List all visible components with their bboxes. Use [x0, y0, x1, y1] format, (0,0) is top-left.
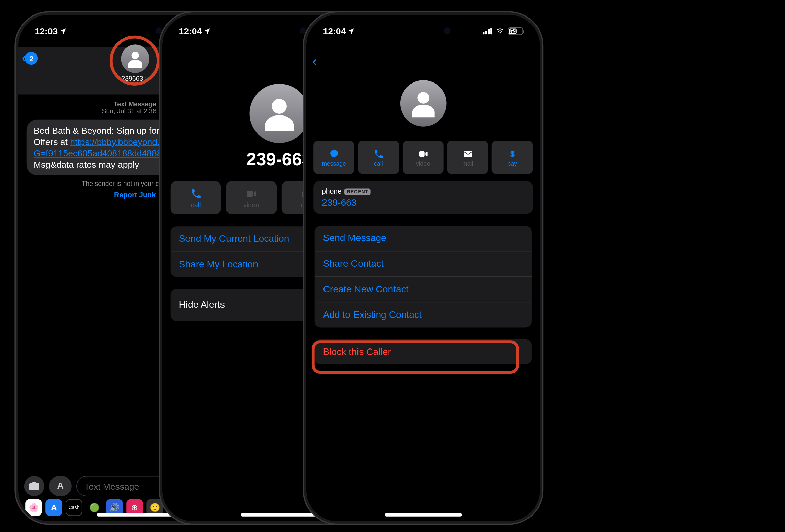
- appstore-shortcut-button[interactable]: A: [49, 476, 72, 496]
- recent-badge: RECENT: [345, 188, 371, 194]
- battery-icon: 54: [508, 27, 523, 35]
- signal-icon: [482, 28, 492, 34]
- contact-name: 239663: [121, 75, 143, 82]
- status-time: 12:04: [323, 26, 346, 36]
- phone-frame-3: 12:04 54 ‹ message call video mail pay p…: [306, 15, 540, 521]
- location-icon: [347, 27, 355, 35]
- dynamic-island: [244, 21, 315, 42]
- dock-photos-icon[interactable]: 🌸: [25, 499, 42, 515]
- dock-appstore-icon[interactable]: A: [46, 499, 62, 515]
- dynamic-island: [99, 21, 171, 42]
- video-button[interactable]: video: [403, 141, 444, 174]
- back-button[interactable]: ‹: [312, 53, 317, 69]
- message-text-2: Msg&data rates may apply: [34, 159, 139, 169]
- create-contact-row[interactable]: Create New Contact: [315, 276, 532, 302]
- mail-button[interactable]: mail: [447, 141, 488, 174]
- message-placeholder: Text Message: [84, 481, 139, 491]
- unread-badge: 2: [25, 52, 38, 65]
- location-icon: [59, 27, 67, 35]
- camera-button[interactable]: [24, 476, 45, 496]
- add-existing-row[interactable]: Add to Existing Contact: [315, 302, 532, 327]
- block-caller-row[interactable]: Block this Caller: [315, 339, 532, 364]
- call-button[interactable]: call: [171, 181, 221, 214]
- home-indicator[interactable]: [384, 513, 461, 516]
- pay-button[interactable]: pay: [492, 141, 533, 174]
- phone-icon: [190, 187, 202, 199]
- phone-icon: [373, 148, 384, 159]
- dock-applecash-icon[interactable]: Cash: [66, 499, 82, 515]
- avatar-icon: [400, 80, 446, 127]
- chevron-right-icon: [143, 76, 148, 81]
- contact-chip[interactable]: 239663: [121, 45, 149, 82]
- phone-label: phone: [322, 187, 342, 196]
- send-message-row[interactable]: Send Message: [315, 226, 532, 251]
- avatar-icon: [121, 45, 149, 73]
- hide-alerts-label: Hide Alerts: [179, 299, 225, 310]
- avatar-icon: [249, 84, 309, 143]
- video-icon: [245, 187, 257, 199]
- camera-icon: [28, 480, 40, 492]
- phone-number: 239-663: [322, 197, 525, 208]
- video-icon: [418, 148, 429, 159]
- call-button[interactable]: call: [358, 141, 399, 174]
- video-button[interactable]: video: [226, 181, 276, 214]
- status-time: 12:04: [179, 26, 202, 36]
- dollar-icon: [507, 148, 518, 159]
- message-icon: [329, 148, 339, 159]
- phone-card[interactable]: phoneRECENT 239-663: [313, 181, 533, 214]
- wifi-icon: [495, 26, 505, 36]
- message-button[interactable]: message: [313, 141, 354, 174]
- chevron-left-icon: ‹: [312, 53, 317, 69]
- status-time: 12:03: [35, 26, 57, 36]
- back-button[interactable]: ‹ 2: [22, 51, 38, 66]
- share-contact-row[interactable]: Share Contact: [315, 251, 532, 276]
- appstore-icon: A: [57, 481, 64, 491]
- dynamic-island: [387, 21, 459, 42]
- mail-icon: [462, 148, 473, 159]
- location-icon: [203, 27, 211, 35]
